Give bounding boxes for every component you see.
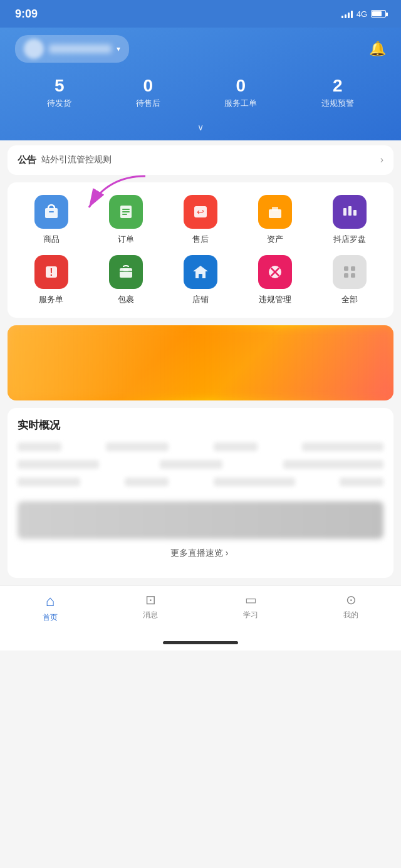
blur-item-10 <box>214 478 295 486</box>
banner-blur-overlay <box>8 325 393 400</box>
blur-row-3 <box>18 478 383 486</box>
stat-label-pending-aftersale: 待售后 <box>136 98 160 109</box>
chevron-down-icon: ▾ <box>117 44 120 53</box>
menu-icon-all <box>333 255 367 289</box>
blur-item-8 <box>18 478 80 486</box>
realtime-card: 实时概况 更多直播速览› <box>8 408 393 578</box>
status-bar: 9:09 4G <box>0 0 401 28</box>
blur-item-1 <box>18 442 61 451</box>
notice-tag: 公告 <box>18 154 36 166</box>
svg-text:!: ! <box>49 267 53 278</box>
nav-item-messages[interactable]: ⊡ 消息 <box>143 592 158 620</box>
menu-icon-compass <box>333 195 367 229</box>
nav-messages-icon: ⊡ <box>145 592 156 607</box>
menu-label-service: 服务单 <box>39 294 63 305</box>
notice-arrow-icon: › <box>380 154 383 165</box>
stat-item-pending-aftersale[interactable]: 0 待售后 <box>136 75 160 109</box>
blur-item-3 <box>214 442 258 451</box>
menu-item-violation[interactable]: 违规管理 <box>238 255 313 305</box>
stat-label-violation-warning: 违规预警 <box>321 98 354 109</box>
stat-item-pending-ship[interactable]: 5 待发货 <box>47 75 71 109</box>
bell-icon[interactable]: 🔔 <box>369 41 386 57</box>
nav-item-learning[interactable]: ▭ 学习 <box>243 592 258 620</box>
blur-row-2 <box>18 460 383 469</box>
svg-rect-12 <box>348 206 352 216</box>
blur-item-5 <box>18 460 99 469</box>
svg-rect-2 <box>49 211 54 212</box>
stat-item-service-order[interactable]: 0 服务工单 <box>224 75 257 109</box>
menu-label-store: 店铺 <box>192 294 209 305</box>
nav-messages-label: 消息 <box>143 610 158 620</box>
menu-icon-orders <box>109 195 143 229</box>
stat-label-pending-ship: 待发货 <box>47 98 71 109</box>
stats-row: 5 待发货 0 待售后 0 服务工单 2 违规预警 <box>15 75 386 119</box>
menu-icon-assets <box>258 195 292 229</box>
stat-number-violation-warning: 2 <box>321 75 354 97</box>
nav-item-home[interactable]: ⌂ 首页 <box>43 592 58 623</box>
realtime-title: 实时概况 <box>18 418 383 432</box>
svg-rect-25 <box>351 266 355 271</box>
menu-item-orders[interactable]: 订单 <box>88 195 163 245</box>
expand-row[interactable]: ∨ <box>15 119 386 140</box>
nav-item-mine[interactable]: ⊙ 我的 <box>343 592 358 620</box>
menu-label-aftersale: 售后 <box>192 234 209 245</box>
banner-card[interactable] <box>8 325 393 400</box>
menu-icon-goods <box>34 195 68 229</box>
menu-label-assets: 资产 <box>267 234 283 245</box>
stat-number-pending-ship: 5 <box>47 75 71 97</box>
status-time: 9:09 <box>15 8 38 21</box>
menu-label-package: 包裹 <box>118 294 134 305</box>
stat-number-service-order: 0 <box>224 75 257 97</box>
more-live-button[interactable]: 更多直播速览› <box>18 539 383 568</box>
stat-number-pending-aftersale: 0 <box>136 75 160 97</box>
menu-label-goods: 商品 <box>43 234 60 245</box>
notice-left: 公告 站外引流管控规则 <box>18 154 112 166</box>
svg-rect-27 <box>351 273 355 278</box>
menu-card-wrapper: 商品 订单 <box>8 182 393 318</box>
shop-selector[interactable]: ▾ <box>15 35 129 63</box>
menu-icon-store <box>184 255 217 289</box>
blur-item-9 <box>125 478 169 486</box>
blur-item-11 <box>340 478 383 486</box>
more-live-text: 更多直播速览 <box>170 548 223 558</box>
menu-item-assets[interactable]: 资产 <box>238 195 313 245</box>
svg-rect-20 <box>199 274 202 278</box>
shop-avatar <box>24 39 44 59</box>
menu-item-all[interactable]: 全部 <box>313 255 387 305</box>
home-indicator <box>0 635 401 651</box>
stat-item-violation-warning[interactable]: 2 违规预警 <box>321 75 354 109</box>
main-content: 公告 站外引流管控规则 › <box>0 145 401 578</box>
blur-item-4 <box>302 442 383 451</box>
svg-rect-24 <box>344 266 348 271</box>
notice-card[interactable]: 公告 站外引流管控规则 › <box>8 145 393 175</box>
svg-text:↩: ↩ <box>197 207 204 217</box>
menu-item-service[interactable]: ! 服务单 <box>14 255 88 305</box>
blur-item-2 <box>106 442 169 451</box>
menu-item-aftersale[interactable]: ↩ 售后 <box>163 195 237 245</box>
menu-item-package[interactable]: 包裹 <box>88 255 163 305</box>
svg-rect-9 <box>269 209 281 218</box>
menu-item-goods[interactable]: 商品 <box>14 195 88 245</box>
menu-label-all: 全部 <box>341 294 358 305</box>
menu-item-store[interactable]: 店铺 <box>163 255 237 305</box>
nav-home-label: 首页 <box>43 612 58 623</box>
menu-icon-aftersale: ↩ <box>184 195 217 229</box>
battery-icon <box>371 10 386 18</box>
menu-icon-violation <box>258 255 292 289</box>
header-top: ▾ 🔔 <box>15 35 386 63</box>
nav-learning-label: 学习 <box>243 610 258 620</box>
menu-grid: 商品 订单 <box>14 195 387 305</box>
signal-icon <box>341 9 353 18</box>
home-bar <box>163 641 238 644</box>
nav-learning-icon: ▭ <box>245 592 257 607</box>
svg-rect-11 <box>343 208 346 216</box>
shop-name-blur <box>49 44 112 53</box>
menu-label-orders: 订单 <box>118 234 134 245</box>
header: ▾ 🔔 5 待发货 0 待售后 0 服务工单 2 违规预警 ∨ <box>0 28 401 140</box>
expand-chevron-icon: ∨ <box>197 122 204 132</box>
bottom-nav: ⌂ 首页 ⊡ 消息 ▭ 学习 ⊙ 我的 <box>0 585 401 635</box>
nav-mine-label: 我的 <box>343 610 358 620</box>
menu-item-compass[interactable]: 抖店罗盘 <box>313 195 387 245</box>
more-live-arrow-icon: › <box>226 548 229 558</box>
svg-rect-18 <box>123 268 128 271</box>
